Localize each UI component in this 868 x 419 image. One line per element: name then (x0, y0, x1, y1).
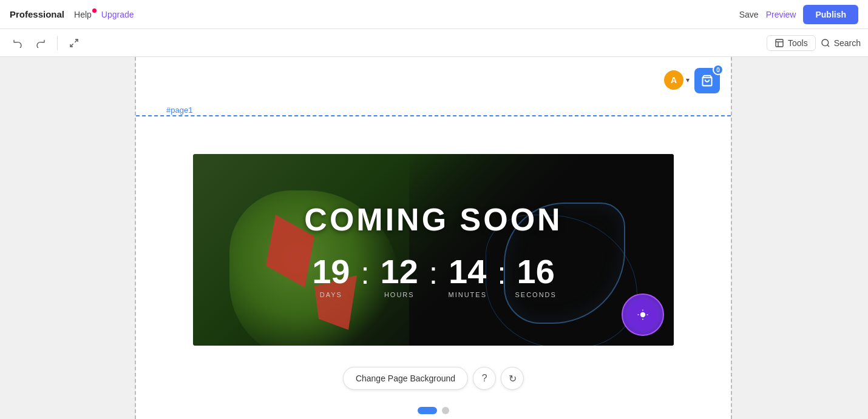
countdown-sep2: : (427, 255, 440, 298)
svg-point-5 (822, 39, 829, 46)
svg-line-1 (70, 44, 73, 47)
avatar[interactable]: A (664, 70, 683, 90)
refresh-icon-button[interactable]: ↻ (501, 367, 524, 390)
cart-badge: 0 (713, 64, 724, 75)
change-background-button[interactable]: Change Page Background (343, 367, 468, 390)
toolbar-left (7, 33, 84, 53)
section-border (136, 115, 731, 116)
toolbar: Tools Search (0, 29, 868, 57)
badge-inner (628, 300, 658, 330)
navbar-right: Save Preview Publish (739, 5, 858, 24)
search-label: Search (834, 38, 861, 48)
preview-button[interactable]: Preview (766, 10, 796, 19)
shopping-bag-icon (701, 75, 713, 87)
countdown-hours: 12 HOURS (372, 255, 427, 298)
toolbar-separator (57, 36, 58, 50)
nav-dot-active[interactable] (418, 407, 437, 414)
countdown-days: 19 DAYS (303, 255, 358, 298)
upgrade-link[interactable]: Upgrade (101, 10, 134, 19)
seconds-number: 16 (509, 255, 563, 289)
toolbar-right: Tools Search (767, 35, 861, 51)
navbar-left: Professional Help Upgrade (10, 9, 134, 19)
tools-button[interactable]: Tools (767, 35, 816, 51)
cart-icon[interactable]: 0 (694, 68, 720, 93)
coming-soon-title: COMING SOON (304, 201, 562, 238)
canvas-right-gutter (731, 57, 868, 419)
avatar-chevron-icon: ▾ (686, 76, 690, 84)
help-icon: ? (482, 373, 487, 384)
minutes-number: 14 (440, 255, 495, 289)
hours-number: 12 (372, 255, 427, 289)
search-icon (821, 38, 830, 48)
section-label: #page1 (166, 106, 192, 115)
days-label: DAYS (303, 291, 358, 298)
tools-icon (775, 38, 784, 48)
countdown-seconds: 16 SECONDS (509, 255, 563, 298)
countdown-minutes: 14 MINUTES (440, 255, 495, 298)
widget-background: COMING SOON 19 DAYS : 12 HOURS : 14 (193, 154, 674, 346)
svg-point-8 (640, 312, 645, 317)
badge-icon (637, 309, 649, 321)
collapse-button[interactable] (64, 33, 84, 53)
bottom-nav-area (418, 407, 449, 414)
nav-dot-inactive[interactable] (442, 407, 449, 414)
countdown-sep1: : (358, 255, 371, 298)
help-icon-button[interactable]: ? (473, 367, 496, 390)
svg-line-0 (75, 39, 78, 42)
seconds-label: SECONDS (509, 291, 563, 298)
bottom-toolbar: Change Page Background ? ↻ (343, 367, 524, 390)
help-label[interactable]: Help (74, 10, 92, 19)
refresh-icon: ↻ (509, 373, 517, 384)
coming-soon-widget[interactable]: COMING SOON 19 DAYS : 12 HOURS : 14 (193, 154, 674, 346)
hours-label: HOURS (372, 291, 427, 298)
minutes-label: MINUTES (440, 291, 495, 298)
countdown-sep3: : (495, 255, 508, 298)
canvas-left-gutter (0, 57, 136, 419)
countdown-row: 19 DAYS : 12 HOURS : 14 MINUTES : (303, 255, 563, 298)
search-button[interactable]: Search (821, 38, 861, 48)
redo-button[interactable] (30, 33, 51, 53)
purple-badge (622, 293, 664, 336)
save-button[interactable]: Save (739, 10, 759, 19)
days-number: 19 (303, 255, 358, 289)
undo-button[interactable] (7, 33, 28, 53)
help-notification-dot (92, 8, 97, 13)
svg-rect-2 (776, 39, 783, 47)
brand-label: Professional (10, 9, 64, 19)
svg-line-6 (827, 45, 829, 47)
canvas-area: 0 A ▾ #page1 COMING S (0, 57, 868, 419)
publish-button[interactable]: Publish (803, 5, 858, 24)
tools-label: Tools (788, 38, 808, 48)
canvas-main: 0 A ▾ #page1 COMING S (136, 57, 731, 419)
navbar: Professional Help Upgrade Save Preview P… (0, 0, 868, 29)
